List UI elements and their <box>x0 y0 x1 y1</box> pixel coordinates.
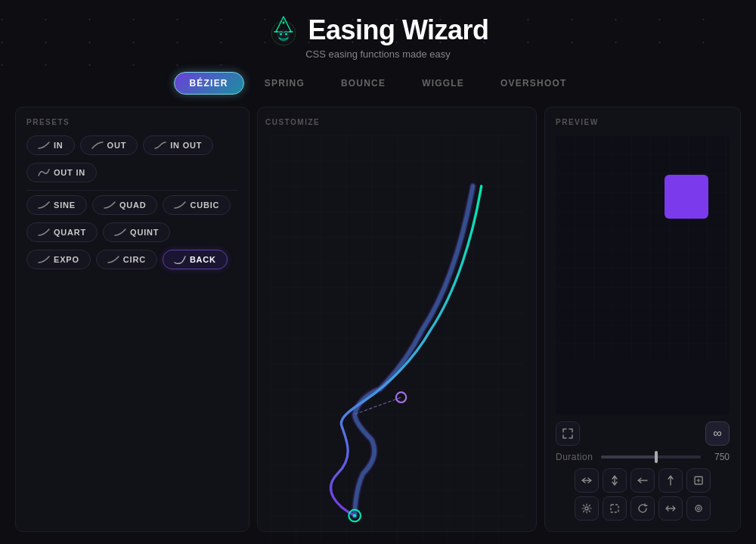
settings-icon <box>581 503 592 514</box>
preview-label: PREVIEW <box>556 118 730 126</box>
wizard-icon <box>267 14 300 47</box>
svg-point-1 <box>283 22 285 24</box>
easing-group-3: EXPO CIRC BACK <box>26 250 238 269</box>
curve-icon-expo <box>38 255 50 264</box>
duration-value: 750 <box>707 452 730 462</box>
rotate-icon <box>637 503 648 514</box>
customize-panel: CUSTOMIZE <box>257 107 537 532</box>
main-content: PRESETS IN OUT IN OUT <box>15 107 741 532</box>
svg-rect-13 <box>611 505 618 512</box>
curve-icon-quad <box>104 201 116 210</box>
preset-quart[interactable]: QUART <box>26 222 98 242</box>
easing-group-2: QUART QUINT <box>26 222 238 242</box>
curve-container[interactable] <box>265 135 528 541</box>
svg-point-15 <box>698 508 700 510</box>
action-icons-row-1 <box>556 468 730 493</box>
presets-panel: PRESETS IN OUT IN OUT <box>15 107 249 532</box>
duration-slider-thumb <box>655 451 658 463</box>
expand-icon <box>562 428 573 439</box>
curve-icon-in-out <box>154 141 166 150</box>
action-ud-button[interactable] <box>603 468 627 493</box>
tab-bezier[interactable]: BÉZIER <box>174 72 244 95</box>
camera-icon <box>693 503 704 514</box>
direction-group-2: OUT IN <box>26 163 238 182</box>
curve-icon-in <box>38 141 50 150</box>
preset-quint[interactable]: QUINT <box>103 222 170 242</box>
curve-icon-out <box>91 141 104 150</box>
svg-rect-5 <box>271 135 524 541</box>
app-wrapper: Easing Wizard CSS easing functions made … <box>0 0 756 544</box>
header: Easing Wizard CSS easing functions made … <box>267 14 488 60</box>
action-lr-button[interactable] <box>575 468 599 493</box>
svg-point-12 <box>585 507 588 510</box>
preset-circ[interactable]: CIRC <box>96 250 157 269</box>
action-left-button[interactable] <box>631 468 655 493</box>
duration-row: Duration 750 <box>556 452 730 462</box>
duration-slider[interactable] <box>601 455 701 459</box>
curve-icon-cubic <box>174 201 186 210</box>
infinity-button[interactable]: ∞ <box>705 421 730 446</box>
action-icons-row-2 <box>556 496 730 521</box>
flip-icon <box>665 503 676 514</box>
move-lr-icon <box>581 477 592 484</box>
tab-spring[interactable]: SPRING <box>249 72 321 95</box>
svg-point-9 <box>353 514 356 517</box>
move-up-icon <box>667 475 674 486</box>
preset-out[interactable]: OUT <box>80 135 138 155</box>
easing-group-1: SINE QUAD CUBIC <box>26 195 238 215</box>
preset-out-in[interactable]: OUT IN <box>26 163 97 182</box>
svg-point-14 <box>696 505 702 511</box>
move-left-icon <box>637 477 648 484</box>
preset-quad[interactable]: QUAD <box>92 195 158 215</box>
preset-in[interactable]: IN <box>26 135 75 155</box>
action-camera-button[interactable] <box>686 496 711 521</box>
presets-label: PRESETS <box>26 118 238 126</box>
bezier-curve-svg[interactable] <box>265 135 528 541</box>
action-settings-button[interactable] <box>575 496 599 521</box>
preset-divider-1 <box>26 190 238 191</box>
curve-icon-out-in <box>38 168 50 177</box>
curve-icon-quart <box>38 228 50 237</box>
preview-controls: ∞ Duration 750 <box>556 421 730 521</box>
svg-point-4 <box>285 33 287 36</box>
preset-cubic[interactable]: CUBIC <box>163 195 231 215</box>
tab-wiggle[interactable]: WIGGLE <box>406 72 480 95</box>
select-icon <box>609 503 620 514</box>
preset-sine[interactable]: SINE <box>26 195 87 215</box>
action-select-button[interactable] <box>603 496 627 521</box>
fullscreen-icon <box>693 475 704 486</box>
svg-point-3 <box>280 33 282 36</box>
action-up-button[interactable] <box>658 468 683 493</box>
curve-icon-back <box>174 255 186 264</box>
duration-slider-track <box>601 455 656 459</box>
svg-rect-10 <box>556 135 730 362</box>
move-ud-icon <box>611 475 618 486</box>
curve-icon-quint <box>114 228 126 237</box>
tab-overshoot[interactable]: OVERSHOOT <box>485 72 582 95</box>
curve-icon-sine <box>38 201 50 210</box>
nav-tabs: BÉZIER SPRING BOUNCE WIGGLE OVERSHOOT <box>174 72 583 95</box>
app-title: Easing Wizard <box>308 14 488 46</box>
action-fullscreen-button[interactable] <box>686 468 711 493</box>
tab-bounce[interactable]: BOUNCE <box>325 72 401 95</box>
preset-in-out[interactable]: IN OUT <box>143 135 213 155</box>
preview-panel: PREVIEW <box>544 107 741 532</box>
direction-group-1: IN OUT IN OUT <box>26 135 238 155</box>
customize-label: CUSTOMIZE <box>265 118 528 126</box>
header-top: Easing Wizard <box>267 14 488 47</box>
preset-expo[interactable]: EXPO <box>26 250 91 269</box>
curve-icon-circ <box>107 255 119 264</box>
preview-grid-svg <box>556 135 730 362</box>
action-flip-button[interactable] <box>658 496 683 521</box>
preview-grid <box>556 135 730 415</box>
app-subtitle: CSS easing functions made easy <box>305 48 451 60</box>
preview-animated-box <box>665 175 708 219</box>
action-rotate-button[interactable] <box>631 496 655 521</box>
preview-row-controls: ∞ <box>556 421 730 446</box>
preset-back[interactable]: BACK <box>163 250 228 269</box>
duration-label: Duration <box>556 452 595 462</box>
expand-button[interactable] <box>556 421 580 446</box>
